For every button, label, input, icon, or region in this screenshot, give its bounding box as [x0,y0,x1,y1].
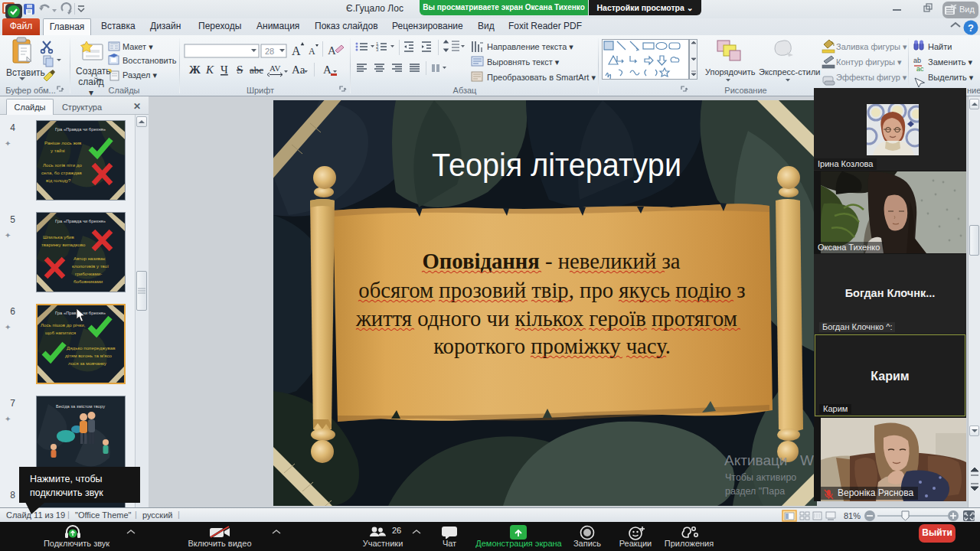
svg-text:від голоду?: від голоду? [46,178,71,183]
svg-text:К: К [205,64,214,76]
svg-text:81%: 81% [844,511,861,520]
svg-text:Гра «Правда чи брехня»: Гра «Правда чи брехня» [55,219,106,223]
svg-text:раздел "Пара: раздел "Пара [725,486,785,497]
svg-text:Aa: Aa [292,64,305,76]
svg-text:Дядько попереджував: Дядько попереджував [67,345,116,350]
svg-text:Лось хотів піти до: Лось хотів піти до [43,162,82,168]
svg-text:Оповідання - невеликий за: Оповідання - невеликий за [422,249,680,273]
svg-text:Чтобы активиро: Чтобы активиро [725,472,796,483]
svg-text:A: A [292,44,301,57]
svg-text:A: A [309,46,315,57]
svg-text:AV: AV [270,64,281,73]
svg-text:щоб напитися: щоб напитися [45,330,76,335]
svg-text:Гра «Правда чи брехня»: Гра «Правда чи брехня» [55,127,106,132]
svg-text:Раніше лось жив: Раніше лось жив [44,140,82,145]
svg-text:грибочками-: грибочками- [75,271,102,276]
svg-text:S: S [237,64,243,76]
svg-text:короткого проміжку часу.: короткого проміжку часу. [433,334,671,358]
svg-text:Автор називає: Автор називає [74,256,106,261]
svg-text:?: ? [968,22,974,34]
svg-text:лося за мовчанку: лося за мовчанку [68,360,107,366]
svg-text:abc: abc [250,64,263,76]
svg-text:життя одного чи кількох героїв: життя одного чи кількох героїв протягом [355,306,737,331]
svg-text:бобовниками: бобовниками [74,279,103,284]
svg-text:Активаци: Активаци [724,452,787,468]
svg-text:Ж: Ж [189,64,201,76]
svg-text:дітям вогонь та м'ясо: дітям вогонь та м'ясо [65,353,113,358]
svg-text:Ч: Ч [220,64,228,76]
svg-text:Теорія літератури: Теорія літератури [432,147,681,183]
svg-text:Бесіда за змістом твору: Бесіда за змістом твору [56,404,105,409]
svg-text:ab: ab [913,57,921,64]
svg-text:ac: ac [916,65,924,73]
svg-text:тваринку випадково: тваринку випадково [41,242,86,247]
svg-text:Шпилька убив: Шпилька убив [43,234,74,240]
svg-text:обсягом прозовий твір, про яку: обсягом прозовий твір, про якусь подію з [358,278,745,302]
svg-text:3: 3 [376,47,379,52]
svg-text:клопотиків у твої: клопотиків у твої [72,263,109,269]
svg-text:A: A [323,64,332,76]
svg-text:Лось пішов до річки,: Лось пішов до річки, [41,322,86,328]
svg-text:у тайзі: у тайзі [51,148,65,153]
svg-text:села, бо страждав: села, бо страждав [41,170,83,175]
